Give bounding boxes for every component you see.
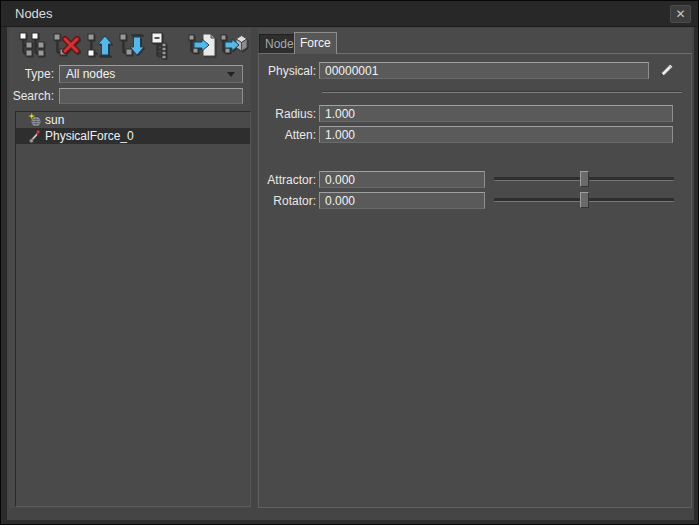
- node-label: PhysicalForce_0: [45, 129, 134, 143]
- copy-to-object-button[interactable]: [220, 31, 248, 59]
- pencil-icon: [658, 62, 675, 79]
- nodes-window: Nodes ✕: [0, 0, 699, 525]
- rotator-input[interactable]: [319, 192, 485, 209]
- move-node-up-button[interactable]: [86, 31, 114, 59]
- physical-label: Physical:: [259, 64, 319, 78]
- slider-handle[interactable]: [580, 171, 589, 187]
- node-list: sun PhysicalForce_0: [15, 111, 251, 507]
- search-label: Search:: [7, 89, 59, 103]
- copy-to-object-icon: [220, 31, 248, 59]
- window-title: Nodes: [15, 1, 53, 27]
- edit-physical-button[interactable]: [657, 62, 675, 79]
- delete-node-icon: [52, 31, 80, 59]
- content-area: Type: All nodes Search: sun: [7, 27, 694, 520]
- close-icon: ✕: [675, 7, 685, 21]
- rotator-slider[interactable]: [494, 192, 674, 209]
- move-node-up-icon: [86, 31, 114, 59]
- attractor-input[interactable]: [319, 171, 485, 188]
- separator-line: [322, 91, 682, 93]
- copy-to-document-icon: [188, 31, 216, 59]
- add-node-button[interactable]: [18, 31, 46, 59]
- atten-input[interactable]: [319, 126, 673, 143]
- sun-icon: [28, 113, 43, 128]
- list-item-physicalforce[interactable]: PhysicalForce_0: [16, 128, 250, 144]
- type-dropdown-value: All nodes: [66, 67, 115, 81]
- rotator-label: Rotator:: [259, 194, 319, 208]
- list-item-sun[interactable]: sun: [16, 112, 250, 128]
- search-input[interactable]: [59, 88, 243, 104]
- attractor-slider[interactable]: [494, 171, 674, 188]
- collapse-tree-button[interactable]: [150, 31, 178, 59]
- attractor-label: Attractor:: [259, 173, 319, 187]
- node-label: sun: [45, 113, 64, 127]
- move-node-down-button[interactable]: [118, 31, 146, 59]
- titlebar: Nodes ✕: [1, 1, 698, 27]
- tab-force[interactable]: Force: [294, 32, 337, 54]
- chevron-down-icon: [227, 72, 235, 77]
- physical-force-icon: [28, 129, 43, 144]
- radius-label: Radius:: [259, 107, 319, 121]
- copy-to-document-button[interactable]: [188, 31, 216, 59]
- add-node-icon: [18, 31, 46, 59]
- collapse-tree-icon: [150, 31, 178, 59]
- atten-label: Atten:: [259, 128, 319, 142]
- force-tab-page: Physical: Radius: Atten:: [258, 53, 692, 508]
- type-dropdown[interactable]: All nodes: [59, 65, 243, 83]
- move-node-down-icon: [118, 31, 146, 59]
- type-label: Type:: [7, 67, 59, 81]
- slider-handle[interactable]: [580, 192, 589, 208]
- close-button[interactable]: ✕: [670, 5, 691, 23]
- radius-input[interactable]: [319, 105, 673, 122]
- physical-input[interactable]: [319, 62, 649, 79]
- delete-node-button[interactable]: [52, 31, 80, 59]
